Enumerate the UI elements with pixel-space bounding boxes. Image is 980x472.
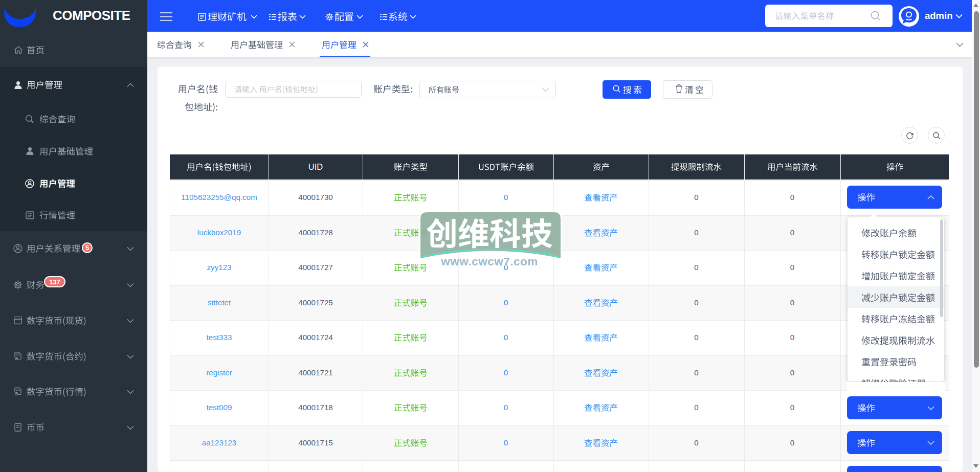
svg-text:SQL: SQL — [15, 353, 20, 356]
svg-text:SQL: SQL — [15, 389, 20, 391]
